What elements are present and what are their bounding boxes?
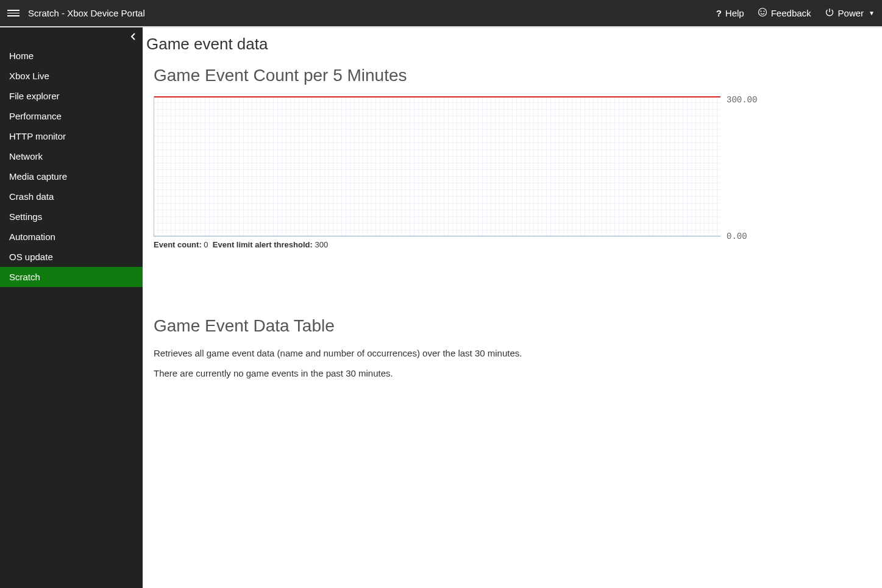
chart-caption: Event count: 0 Event limit alert thresho… <box>154 240 875 249</box>
feedback-label: Feedback <box>771 8 811 18</box>
chart-section-title: Game Event Count per 5 Minutes <box>154 66 875 85</box>
svg-point-2 <box>764 11 764 12</box>
sidebar-nav: Home Xbox Live File explorer Performance… <box>0 27 143 287</box>
power-label: Power <box>838 8 864 18</box>
question-icon: ? <box>716 8 722 18</box>
event-count-value: 0 <box>204 240 208 249</box>
smiley-icon <box>758 7 767 19</box>
sidebar-item-media-capture[interactable]: Media capture <box>0 166 143 186</box>
sidebar-item-performance[interactable]: Performance <box>0 106 143 126</box>
power-icon <box>825 7 834 19</box>
sidebar-item-crash-data[interactable]: Crash data <box>0 186 143 207</box>
svg-point-1 <box>761 11 761 12</box>
table-section-title: Game Event Data Table <box>154 316 875 336</box>
top-bar: Scratch - Xbox Device Portal ? Help Feed… <box>0 0 882 26</box>
chart-container: 300.00 0.00 <box>154 96 875 236</box>
sidebar-item-scratch[interactable]: Scratch <box>0 267 143 287</box>
main-content: Game event data Game Event Count per 5 M… <box>143 27 882 588</box>
chevron-left-icon <box>130 33 137 40</box>
help-label: Help <box>725 8 744 18</box>
chevron-down-icon: ▼ <box>869 10 875 16</box>
threshold-value: 300 <box>315 240 328 249</box>
feedback-button[interactable]: Feedback <box>758 7 811 19</box>
sidebar: Home Xbox Live File explorer Performance… <box>0 27 143 588</box>
app-title: Scratch - Xbox Device Portal <box>28 8 145 18</box>
chart-plot-area <box>154 96 720 236</box>
sidebar-item-settings[interactable]: Settings <box>0 207 143 227</box>
table-empty-message: There are currently no game events in th… <box>154 367 875 381</box>
event-count-label: Event count: <box>154 240 202 249</box>
chart-y-max-label: 300.00 <box>727 95 757 105</box>
chart-y-min-label: 0.00 <box>727 232 747 241</box>
sidebar-item-network[interactable]: Network <box>0 146 143 166</box>
page-title: Game event data <box>146 35 875 54</box>
table-description: Retrieves all game event data (name and … <box>154 347 875 361</box>
sidebar-item-os-update[interactable]: OS update <box>0 247 143 267</box>
svg-point-0 <box>758 9 766 16</box>
hamburger-menu-icon[interactable] <box>7 7 20 19</box>
help-button[interactable]: ? Help <box>716 8 744 18</box>
power-button[interactable]: Power ▼ <box>825 7 875 19</box>
sidebar-collapse-button[interactable] <box>130 32 137 42</box>
sidebar-item-automation[interactable]: Automation <box>0 227 143 247</box>
threshold-label: Event limit alert threshold: <box>213 240 313 249</box>
sidebar-item-http-monitor[interactable]: HTTP monitor <box>0 126 143 146</box>
sidebar-item-file-explorer[interactable]: File explorer <box>0 86 143 106</box>
sidebar-item-xbox-live[interactable]: Xbox Live <box>0 66 143 86</box>
chart-threshold-line <box>154 96 720 97</box>
sidebar-item-home[interactable]: Home <box>0 46 143 66</box>
